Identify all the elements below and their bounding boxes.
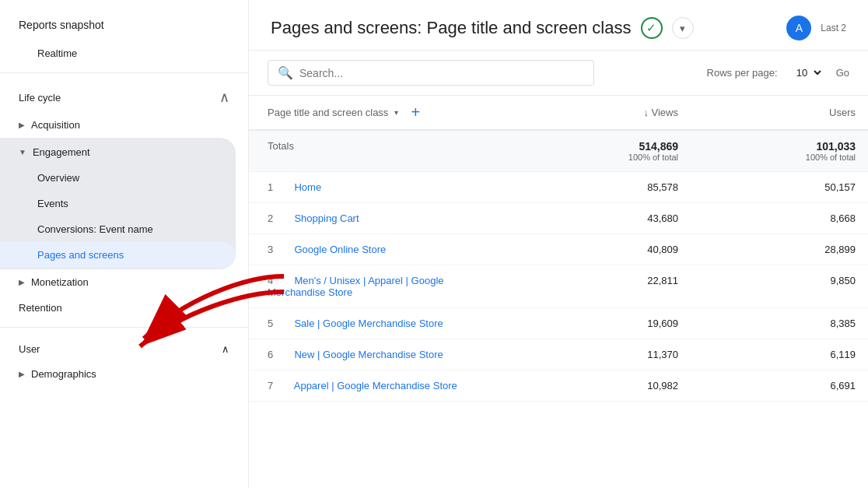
lifecycle-label: Life cycle (19, 92, 61, 104)
totals-views-cell: 514,869 100% of total (513, 130, 691, 172)
retention-label: Retention (19, 302, 62, 314)
sidebar-item-pages-screens[interactable]: Pages and screens (0, 242, 236, 268)
sidebar-item-acquisition[interactable]: ▶ Acquisition (0, 112, 236, 138)
row-users-1: 8,668 (691, 203, 868, 234)
table-row: 6 New | Google Merchandise Store 11,370 … (249, 339, 868, 370)
go-label: Go (836, 67, 849, 79)
col-views-header[interactable]: ↓ Views (513, 96, 691, 130)
sidebar-item-retention[interactable]: Retention (0, 295, 236, 321)
row-views-4: 19,609 (513, 308, 691, 339)
header-dropdown-button[interactable]: ▾ (672, 17, 694, 39)
sidebar-item-demographics[interactable]: ▶ Demographics (0, 361, 236, 387)
table-totals-row: Totals 514,869 100% of total 101,033 100… (249, 130, 868, 172)
rows-per-page-select[interactable]: 10 25 50 (790, 66, 824, 79)
sidebar-divider-2 (0, 327, 248, 328)
search-box[interactable]: 🔍 (268, 60, 594, 86)
monetization-label: Monetization (31, 276, 89, 288)
row-dimension-cell-3: 4 Men's / Unisex | Apparel | Google Merc… (249, 265, 513, 308)
col-users-header[interactable]: Users (691, 96, 868, 130)
row-title-3[interactable]: Men's / Unisex | Apparel | Google Mercha… (268, 275, 444, 298)
table-row: 1 Home 85,578 50,157 (249, 172, 868, 203)
sidebar-user-section[interactable]: User ∧ (0, 334, 248, 361)
overview-label: Overview (37, 172, 79, 184)
row-dimension-cell-1: 2 Shopping Cart (249, 203, 513, 234)
search-input[interactable] (299, 67, 584, 79)
row-num-6: 7 (268, 380, 283, 391)
sidebar-item-monetization[interactable]: ▶ Monetization (0, 269, 236, 295)
sidebar-item-events[interactable]: Events (0, 191, 223, 216)
row-users-6: 6,691 (691, 370, 868, 402)
row-title-0[interactable]: Home (294, 181, 321, 193)
sidebar-lifecycle-section[interactable]: Life cycle ∧ (0, 79, 248, 112)
row-title-4[interactable]: Sale | Google Merchandise Store (294, 318, 443, 329)
row-views-5: 11,370 (513, 339, 691, 370)
totals-views-pct: 100% of total (526, 153, 678, 162)
views-label: ↓ Views (643, 107, 678, 118)
row-dimension-cell-0: 1 Home (249, 172, 513, 203)
row-title-5[interactable]: New | Google Merchandise Store (294, 349, 443, 360)
row-num-2: 3 (268, 244, 283, 255)
data-table: Page title and screen class ▾ + ↓ Views … (249, 96, 868, 402)
row-dimension-cell-5: 6 New | Google Merchandise Store (249, 339, 513, 370)
row-num-4: 5 (268, 318, 283, 329)
row-users-5: 6,119 (691, 339, 868, 370)
row-views-1: 43,680 (513, 203, 691, 234)
avatar: A (786, 16, 811, 40)
row-num-1: 2 (268, 212, 283, 224)
col-dimension-header: Page title and screen class ▾ + (249, 96, 513, 130)
main-content: Pages and screens: Page title and screen… (249, 0, 868, 488)
totals-views-value: 514,869 (526, 140, 678, 153)
user-chevron: ∧ (222, 343, 229, 355)
search-icon: 🔍 (278, 65, 293, 80)
table-row: 4 Men's / Unisex | Apparel | Google Merc… (249, 265, 868, 308)
row-views-6: 10,982 (513, 370, 691, 402)
reports-snapshot-label: Reports snapshot (0, 12, 248, 40)
users-label: Users (829, 107, 856, 118)
row-views-2: 40,809 (513, 234, 691, 265)
dimension-label: Page title and screen class (268, 107, 388, 118)
row-title-2[interactable]: Google Online Store (294, 244, 386, 255)
conversions-label: Conversions: Event name (37, 223, 153, 235)
sidebar-item-realtime[interactable]: Realtime (0, 40, 236, 66)
user-label: User (19, 343, 40, 355)
table-row: 7 Apparel | Google Merchandise Store 10,… (249, 370, 868, 402)
row-views-0: 85,578 (513, 172, 691, 203)
sidebar-item-engagement[interactable]: ▼ Engagement (0, 139, 236, 165)
row-users-2: 28,899 (691, 234, 868, 265)
sidebar-item-conversions[interactable]: Conversions: Event name (0, 216, 223, 242)
demographics-label: Demographics (31, 368, 96, 380)
table-row: 5 Sale | Google Merchandise Store 19,609… (249, 308, 868, 339)
page-title: Pages and screens: Page title and screen… (271, 18, 632, 38)
row-users-3: 9,850 (691, 265, 868, 308)
row-users-4: 8,385 (691, 308, 868, 339)
row-num-0: 1 (268, 181, 283, 193)
main-header: Pages and screens: Page title and screen… (249, 0, 868, 51)
totals-users-cell: 101,033 100% of total (691, 130, 868, 172)
sidebar-item-overview[interactable]: Overview (0, 165, 223, 191)
row-users-0: 50,157 (691, 172, 868, 203)
add-dimension-button[interactable]: + (411, 104, 420, 121)
row-num-3: 4 (268, 275, 283, 286)
acquisition-label: Acquisition (31, 119, 80, 131)
totals-users-pct: 100% of total (703, 153, 856, 162)
rows-per-page-label: Rows per page: (707, 67, 778, 79)
row-views-3: 22,811 (513, 265, 691, 308)
totals-label: Totals (268, 140, 294, 152)
totals-users-value: 101,033 (703, 140, 856, 153)
table-toolbar: 🔍 Rows per page: 10 25 50 Go (249, 51, 868, 96)
monetization-expand-icon: ▶ (19, 278, 25, 286)
table-row: 3 Google Online Store 40,809 28,899 (249, 234, 868, 265)
sidebar-divider-1 (0, 72, 248, 73)
last-label: Last 2 (821, 23, 846, 33)
table-row: 2 Shopping Cart 43,680 8,668 (249, 203, 868, 234)
demographics-expand-icon: ▶ (19, 370, 25, 378)
row-dimension-cell-2: 3 Google Online Store (249, 234, 513, 265)
row-dimension-cell-6: 7 Apparel | Google Merchandise Store (249, 370, 513, 402)
row-title-6[interactable]: Apparel | Google Merchandise Store (294, 380, 457, 391)
lifecycle-chevron: ∧ (219, 89, 229, 106)
sidebar-item-realtime-label: Realtime (37, 47, 77, 59)
pages-screens-label: Pages and screens (37, 249, 124, 261)
row-title-1[interactable]: Shopping Cart (294, 212, 359, 224)
row-num-5: 6 (268, 349, 283, 360)
dimension-dropdown-icon[interactable]: ▾ (394, 108, 398, 117)
